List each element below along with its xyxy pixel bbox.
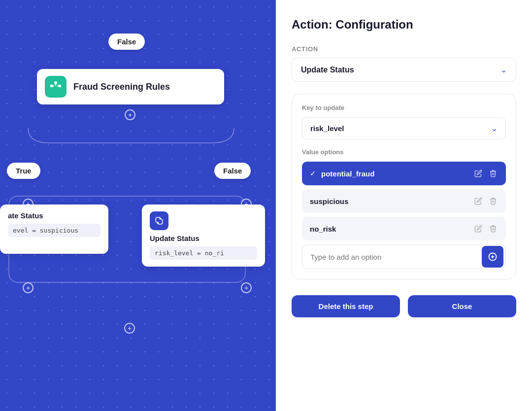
fraud-node[interactable]: Fraud Screening Rules xyxy=(37,69,224,104)
plus-top[interactable]: + xyxy=(125,109,135,120)
footer-buttons: Delete this step Close xyxy=(292,295,516,317)
option-actions-suspicious xyxy=(473,196,498,206)
false-pill-bottom-label: False xyxy=(223,167,242,175)
fraud-node-label: Fraud Screening Rules xyxy=(73,82,170,92)
svg-marker-19 xyxy=(160,217,163,220)
edit-option-no-risk[interactable] xyxy=(473,224,483,234)
config-title: Action: Configuration xyxy=(292,18,516,32)
left-node-title: ate Status xyxy=(8,211,100,220)
delete-option-no-risk[interactable] xyxy=(488,224,498,234)
key-label: Key to update xyxy=(302,104,506,111)
true-pill-label: True xyxy=(16,167,32,175)
value-options-label: Value options xyxy=(302,148,506,156)
svg-rect-14 xyxy=(58,85,61,87)
sub-node-right[interactable]: Update Status risk_level = no_ri xyxy=(142,205,265,267)
svg-line-10 xyxy=(130,291,251,315)
svg-marker-20 xyxy=(156,222,159,225)
option-text-suspicious: suspicious xyxy=(310,197,348,206)
sub-node-left[interactable]: ate Status evel = suspicious xyxy=(0,205,108,254)
plus-bottom-right[interactable]: + xyxy=(241,282,252,293)
add-option-button[interactable] xyxy=(482,246,503,268)
edit-option-suspicious[interactable] xyxy=(473,196,483,206)
delete-step-button[interactable]: Delete this step xyxy=(292,295,400,317)
update-icon xyxy=(150,211,168,230)
config-panel: Action: Configuration Action Update Stat… xyxy=(276,0,532,411)
option-text-potential-fraud: potential_fraud xyxy=(321,170,374,178)
flow-canvas: False + Fraud Screening Rules True False… xyxy=(0,0,276,411)
option-actions-potential-fraud xyxy=(473,169,498,178)
option-text-no-risk: no_risk xyxy=(310,225,336,233)
close-button[interactable]: Close xyxy=(408,295,516,317)
false-pill-top-label: False xyxy=(117,37,136,46)
section-box: Key to update risk_level ⌄ Value options… xyxy=(292,94,516,279)
false-pill-bottom: False xyxy=(214,163,251,179)
right-node-title: Update Status xyxy=(150,234,257,242)
edit-option-potential-fraud[interactable] xyxy=(473,169,483,178)
key-chevron-icon: ⌄ xyxy=(491,124,498,133)
add-option-input[interactable] xyxy=(310,248,477,266)
add-option-row xyxy=(302,244,506,269)
option-left-no-risk: no_risk xyxy=(310,225,336,233)
option-row-no-risk[interactable]: no_risk xyxy=(302,217,506,240)
option-left-suspicious: suspicious xyxy=(310,197,348,206)
delete-option-potential-fraud[interactable] xyxy=(488,169,498,178)
option-row-suspicious[interactable]: suspicious xyxy=(302,189,506,213)
plus-bottom-left[interactable]: + xyxy=(23,282,33,293)
option-left-potential-fraud: ✓ potential_fraud xyxy=(310,169,374,178)
chevron-down-icon: ⌄ xyxy=(500,65,507,74)
action-select[interactable]: Update Status ⌄ xyxy=(292,58,516,82)
check-icon: ✓ xyxy=(310,169,316,178)
plus-bottom-center[interactable]: + xyxy=(124,323,135,334)
delete-option-suspicious[interactable] xyxy=(488,196,498,206)
true-pill: True xyxy=(7,163,40,179)
svg-rect-15 xyxy=(54,81,57,84)
action-select-value: Update Status xyxy=(301,66,354,74)
right-node-value: risk_level = no_ri xyxy=(150,246,257,260)
fraud-icon xyxy=(45,76,66,98)
key-select[interactable]: risk_level ⌄ xyxy=(302,117,506,139)
option-row-potential-fraud[interactable]: ✓ potential_fraud xyxy=(302,162,506,185)
action-label: Action xyxy=(292,45,516,53)
svg-rect-13 xyxy=(50,85,53,87)
left-node-value: evel = suspicious xyxy=(8,224,100,237)
option-actions-no-risk xyxy=(473,224,498,234)
false-pill-top: False xyxy=(108,34,145,50)
key-select-value: risk_level xyxy=(310,124,344,133)
svg-line-9 xyxy=(28,291,130,315)
